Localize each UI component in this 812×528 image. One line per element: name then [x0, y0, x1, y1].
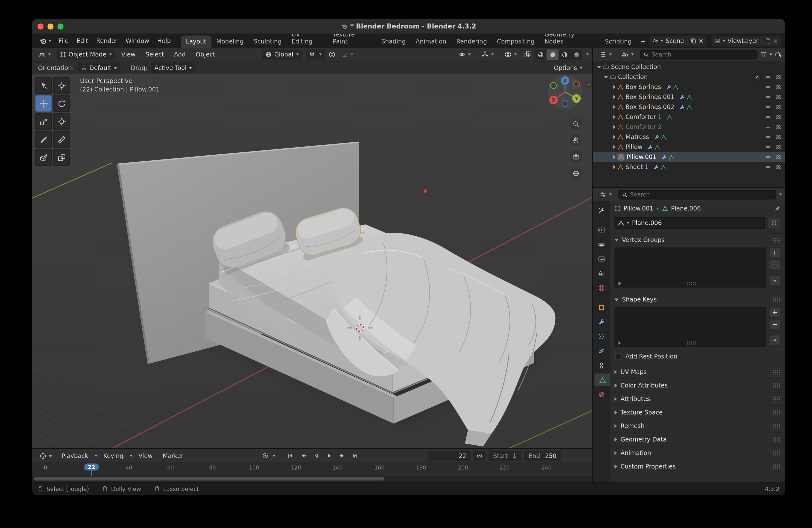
jump-to-end-button[interactable] — [349, 451, 362, 461]
hide-viewport-icon[interactable] — [765, 84, 771, 90]
list-filter-toggle-icon[interactable] — [619, 281, 621, 285]
disable-render-icon[interactable] — [775, 94, 782, 100]
panel-geometry-data-header[interactable]: Geometry Data — [610, 433, 785, 446]
proportional-editing-icon[interactable] — [328, 51, 335, 58]
tab-constraints[interactable] — [593, 359, 610, 371]
add-vertex-group-button[interactable]: + — [769, 248, 781, 258]
tool-measure-button[interactable] — [53, 131, 70, 148]
chevron-down-icon[interactable] — [779, 193, 782, 195]
new-view-layer-icon[interactable] — [765, 38, 771, 44]
sidebar-toggle[interactable]: ‹ — [585, 79, 592, 89]
tool-transform-button[interactable] — [53, 113, 70, 130]
hidden-viewport-icon[interactable] — [765, 124, 771, 130]
collection-checkbox[interactable]: ✓ — [754, 74, 760, 80]
viewport-canvas[interactable]: User Perspective (22) Collection | Pillo… — [32, 74, 592, 448]
outliner-item-box-springs[interactable]: Box Springs — [593, 82, 785, 92]
disable-render-icon[interactable] — [775, 84, 782, 90]
tab-shading[interactable]: Shading — [376, 35, 411, 48]
outliner-collection[interactable]: Collection ✓ — [593, 72, 785, 82]
tool-add-cube-button[interactable] — [35, 149, 52, 166]
shading-solid-button[interactable] — [547, 49, 559, 60]
outliner-item-comforter-2[interactable]: Comforter 2 — [593, 122, 785, 132]
disclosure-right-icon[interactable] — [613, 115, 615, 119]
disclosure-right-icon[interactable] — [613, 125, 615, 129]
snap-toggle[interactable] — [305, 49, 325, 60]
menu-view-timeline[interactable]: View — [134, 452, 157, 459]
new-scene-icon[interactable] — [691, 38, 696, 44]
remove-shape-key-button[interactable]: − — [769, 319, 781, 329]
shading-dropdown-icon[interactable] — [586, 54, 589, 56]
outliner-item-pillow[interactable]: Pillow — [593, 142, 785, 152]
menu-view[interactable]: View — [117, 51, 140, 58]
disclosure-right-icon[interactable] — [613, 95, 615, 99]
unlink-scene-icon[interactable]: × — [698, 38, 704, 44]
tool-duplicate-button[interactable] — [53, 149, 70, 166]
add-rest-position-checkbox[interactable] — [615, 353, 622, 360]
blender-app-menu[interactable] — [36, 37, 55, 45]
tab-particles[interactable] — [593, 330, 610, 342]
shape-keys-list[interactable] — [614, 307, 766, 347]
disclosure-right-icon[interactable] — [613, 165, 615, 169]
menu-window[interactable]: Window — [121, 34, 153, 48]
mode-dropdown[interactable]: Object Mode — [57, 49, 115, 60]
tab-render[interactable] — [593, 223, 610, 236]
panel-drag-grip-icon[interactable] — [772, 464, 781, 469]
disclosure-right-icon[interactable] — [613, 135, 615, 139]
panel-attributes-header[interactable]: Attributes — [610, 393, 785, 406]
menu-render[interactable]: Render — [92, 34, 121, 48]
hide-viewport-icon[interactable] — [765, 104, 771, 110]
tab-compositing[interactable]: Compositing — [492, 35, 539, 48]
add-shape-key-button[interactable]: + — [769, 307, 781, 318]
outliner-item-matress[interactable]: Matress — [593, 132, 785, 142]
shading-wireframe-button[interactable] — [535, 49, 547, 60]
menu-add[interactable]: Add — [170, 51, 189, 58]
tab-modifiers[interactable] — [593, 316, 610, 328]
tab-output[interactable] — [593, 238, 610, 250]
add-workspace-button[interactable]: + — [637, 35, 650, 48]
outliner-scene-collection[interactable]: Scene Collection — [593, 62, 785, 72]
menu-file[interactable]: File — [55, 34, 72, 48]
fake-user-button[interactable] — [768, 217, 781, 229]
auto-keying-button[interactable] — [260, 451, 272, 461]
menu-edit[interactable]: Edit — [72, 34, 92, 48]
panel-drag-grip-icon[interactable] — [772, 410, 781, 415]
pan-button[interactable] — [570, 134, 582, 147]
xray-toggle-icon[interactable] — [524, 51, 531, 58]
tab-modeling[interactable]: Modeling — [211, 35, 248, 48]
menu-keying[interactable]: Keying — [99, 452, 128, 459]
ortho-toggle-button[interactable] — [570, 167, 582, 179]
start-frame-field[interactable]: Start1 — [489, 451, 521, 461]
list-resize-grip-icon[interactable] — [686, 341, 696, 345]
fullscreen-window-button[interactable] — [58, 23, 63, 29]
tool-rotate-button[interactable] — [53, 95, 70, 112]
camera-view-button[interactable] — [570, 151, 582, 163]
close-window-button[interactable] — [38, 23, 44, 29]
hide-viewport-icon[interactable] — [765, 114, 771, 120]
breadcrumb-object[interactable]: Pillow.001 — [624, 205, 653, 212]
menu-object[interactable]: Object — [192, 51, 219, 58]
disable-render-icon[interactable] — [775, 164, 782, 170]
panel-remesh-header[interactable]: Remesh — [610, 420, 785, 432]
vertex-groups-list[interactable] — [614, 248, 766, 288]
hide-viewport-icon[interactable] — [765, 154, 771, 160]
tab-material[interactable] — [593, 388, 610, 400]
panel-color-attributes-header[interactable]: Color Attributes — [610, 379, 785, 392]
next-keyframe-button[interactable] — [336, 451, 348, 461]
shape-key-specials-button[interactable] — [769, 335, 781, 346]
jump-to-start-button[interactable] — [285, 451, 296, 461]
tool-annotate-button[interactable] — [35, 131, 52, 148]
tab-view-layer[interactable] — [593, 252, 610, 265]
panel-shape-keys-header[interactable]: Shape Keys — [610, 293, 785, 306]
panel-drag-grip-icon[interactable] — [772, 383, 781, 388]
timeline-editor-type-button[interactable] — [36, 451, 56, 461]
panel-texture-space-header[interactable]: Texture Space — [610, 406, 785, 419]
options-dropdown[interactable]: Options — [550, 62, 586, 73]
filter-icon[interactable] — [760, 51, 767, 58]
panel-vertex-groups-header[interactable]: Vertex Groups — [610, 234, 785, 247]
timeline-scrollbar[interactable] — [32, 476, 592, 482]
panel-uv-maps-header[interactable]: UV Maps — [610, 366, 785, 379]
outliner-item-box-springs-002[interactable]: Box Springs.002 — [593, 102, 785, 112]
hide-viewport-icon[interactable] — [765, 144, 771, 150]
show-gizmo-dropdown[interactable] — [478, 49, 497, 60]
tab-object[interactable] — [593, 301, 610, 313]
